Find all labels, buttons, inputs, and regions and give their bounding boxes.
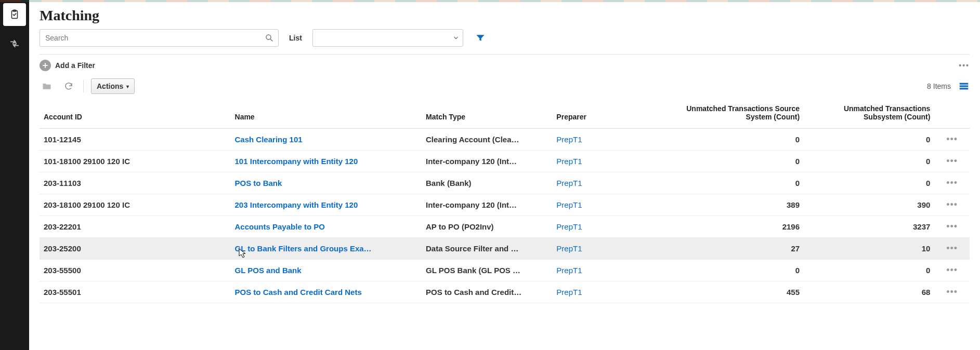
row-menu-button[interactable]: ••• — [934, 151, 970, 172]
toolbar-right: 8 Items — [927, 80, 970, 92]
cell-unmatched-sub: 3237 — [804, 216, 934, 238]
table-row[interactable]: 203-55500GL POS and BankGL POS Bank (GL … — [40, 260, 970, 281]
cell-name: GL to Bank Filters and Groups Exa… — [231, 238, 422, 260]
col-match-type[interactable]: Match Type — [422, 99, 552, 129]
name-link[interactable]: GL POS and Bank — [235, 266, 302, 275]
preparer-link[interactable]: PrepT1 — [556, 222, 582, 231]
filter-bar-more-icon[interactable]: ••• — [959, 61, 970, 70]
svg-rect-7 — [960, 88, 969, 89]
col-account-id[interactable]: Account ID — [40, 99, 231, 129]
preparer-link[interactable]: PrepT1 — [556, 135, 582, 144]
preparer-link[interactable]: PrepT1 — [556, 244, 582, 253]
cell-unmatched-sub: 0 — [804, 151, 934, 172]
row-menu-button[interactable]: ••• — [934, 216, 970, 238]
main-content: Matching List Add — [29, 0, 980, 350]
items-count: 8 Items — [927, 82, 951, 90]
name-link[interactable]: POS to Bank — [235, 179, 282, 187]
col-unmatched-source[interactable]: Unmatched Transactions Source System (Co… — [669, 99, 804, 129]
cell-match-type: Inter-company 120 (Int… — [422, 194, 552, 216]
cell-account-id: 203-55500 — [40, 260, 231, 281]
name-link[interactable]: Cash Clearing 101 — [235, 135, 303, 144]
preparer-link[interactable]: PrepT1 — [556, 288, 582, 297]
cell-name: 203 Intercompany with Entity 120 — [231, 194, 422, 216]
add-filter-button[interactable]: Add a Filter — [40, 60, 95, 71]
cell-account-id: 203-25200 — [40, 238, 231, 260]
search-wrap — [40, 29, 279, 47]
table-row[interactable]: 203-25200GL to Bank Filters and Groups E… — [40, 238, 970, 260]
cell-preparer: PrepT1 — [552, 238, 669, 260]
col-preparer[interactable]: Preparer — [552, 99, 669, 129]
name-link[interactable]: GL to Bank Filters and Groups Exa… — [235, 244, 372, 253]
cell-unmatched-source: 0 — [669, 151, 804, 172]
cell-unmatched-sub: 0 — [804, 260, 934, 281]
cell-name: Accounts Payable to PO — [231, 216, 422, 238]
cell-match-type: Inter-company 120 (Int… — [422, 151, 552, 172]
preparer-link[interactable]: PrepT1 — [556, 200, 582, 209]
table-header-row: Account ID Name Match Type Preparer Unma… — [40, 99, 970, 129]
row-menu-button[interactable]: ••• — [934, 172, 970, 194]
page-title: Matching — [40, 4, 970, 29]
col-unmatched-sub[interactable]: Unmatched Transactions Subsystem (Count) — [804, 99, 934, 129]
chevron-down-icon — [452, 34, 460, 42]
preparer-link[interactable]: PrepT1 — [556, 157, 582, 166]
table-row[interactable]: 203-11103POS to BankBank (Bank)PrepT100•… — [40, 172, 970, 194]
preparer-link[interactable]: PrepT1 — [556, 266, 582, 275]
cell-unmatched-source: 0 — [669, 129, 804, 151]
row-menu-button[interactable]: ••• — [934, 281, 970, 303]
cell-unmatched-sub: 68 — [804, 281, 934, 303]
name-link[interactable]: 101 Intercompany with Entity 120 — [235, 157, 358, 166]
cell-unmatched-sub: 390 — [804, 194, 934, 216]
clipboard-icon — [9, 9, 20, 20]
cell-unmatched-sub: 10 — [804, 238, 934, 260]
table-row[interactable]: 101-18100 29100 120 IC101 Intercompany w… — [40, 151, 970, 172]
cell-preparer: PrepT1 — [552, 172, 669, 194]
cell-preparer: PrepT1 — [552, 216, 669, 238]
cell-match-type: AP to PO (PO2Inv) — [422, 216, 552, 238]
row-menu-button[interactable]: ••• — [934, 129, 970, 151]
row-menu-button[interactable]: ••• — [934, 238, 970, 260]
list-select[interactable] — [312, 29, 463, 47]
cell-match-type: Data Source Filter and … — [422, 238, 552, 260]
cell-match-type: POS to Cash and Credit… — [422, 281, 552, 303]
cell-match-type: GL POS Bank (GL POS … — [422, 260, 552, 281]
search-row: List — [40, 29, 970, 55]
search-input[interactable] — [40, 29, 279, 47]
preparer-link[interactable]: PrepT1 — [556, 179, 582, 187]
cell-unmatched-source: 0 — [669, 172, 804, 194]
cell-unmatched-source: 2196 — [669, 216, 804, 238]
svg-rect-6 — [960, 85, 969, 87]
plus-circle-icon — [40, 60, 51, 71]
cell-preparer: PrepT1 — [552, 260, 669, 281]
cell-account-id: 101-18100 29100 120 IC — [40, 151, 231, 172]
list-view-toggle[interactable] — [958, 80, 970, 92]
filter-button[interactable] — [474, 31, 487, 45]
cell-unmatched-source: 455 — [669, 281, 804, 303]
cell-preparer: PrepT1 — [552, 151, 669, 172]
svg-rect-5 — [960, 83, 969, 85]
row-menu-button[interactable]: ••• — [934, 194, 970, 216]
transactions-icon: $ — [9, 38, 20, 49]
name-link[interactable]: POS to Cash and Credit Card Nets — [235, 288, 362, 297]
cell-name: POS to Cash and Credit Card Nets — [231, 281, 422, 303]
name-link[interactable]: 203 Intercompany with Entity 120 — [235, 200, 358, 209]
refresh-icon[interactable] — [61, 79, 76, 93]
table-row[interactable]: 203-55501POS to Cash and Credit Card Net… — [40, 281, 970, 303]
actions-label: Actions — [97, 82, 123, 90]
table-row[interactable]: 203-22201Accounts Payable to POAP to PO … — [40, 216, 970, 238]
name-link[interactable]: Accounts Payable to PO — [235, 222, 325, 231]
col-name[interactable]: Name — [231, 99, 422, 129]
search-icon[interactable] — [263, 32, 276, 44]
folder-icon[interactable] — [40, 79, 54, 93]
cell-name: GL POS and Bank — [231, 260, 422, 281]
cell-unmatched-sub: 0 — [804, 129, 934, 151]
sidebar-item-worklist[interactable] — [3, 3, 26, 26]
table-row[interactable]: 203-18100 29100 120 IC203 Intercompany w… — [40, 194, 970, 216]
cell-match-type: Bank (Bank) — [422, 172, 552, 194]
row-menu-button[interactable]: ••• — [934, 260, 970, 281]
table-row[interactable]: 101-12145Cash Clearing 101Clearing Accou… — [40, 129, 970, 151]
sidebar-item-transactions[interactable]: $ — [3, 32, 26, 55]
actions-menu-button[interactable]: Actions ▾ — [91, 78, 135, 94]
col-actions — [934, 99, 970, 129]
cell-unmatched-source: 27 — [669, 238, 804, 260]
toolbar: Actions ▾ 8 Items — [40, 75, 970, 99]
